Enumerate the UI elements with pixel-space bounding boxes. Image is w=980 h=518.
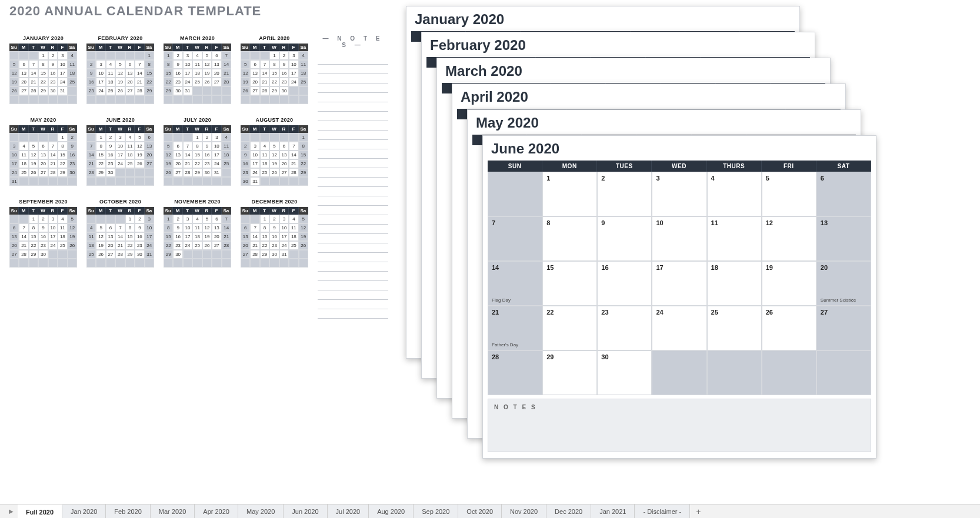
sheet-tab[interactable]: Nov 2020 [502, 504, 546, 518]
note-line[interactable] [318, 74, 388, 83]
sheet-tab[interactable]: Full 2020 [18, 504, 62, 518]
note-line[interactable] [318, 262, 388, 272]
note-line[interactable] [318, 272, 388, 281]
june-day-cell[interactable] [652, 350, 706, 395]
note-line[interactable] [318, 309, 388, 319]
mini-day-cell: 22 [38, 78, 48, 86]
note-line[interactable] [318, 112, 388, 121]
note-line[interactable] [318, 168, 388, 178]
sheet-tab[interactable]: May 2020 [238, 504, 284, 518]
june-day-cell[interactable]: 18 [707, 261, 762, 306]
note-line[interactable] [318, 253, 388, 262]
june-day-cell[interactable]: 13 [816, 216, 871, 261]
mini-day-cell [212, 259, 221, 268]
note-line[interactable] [318, 159, 388, 168]
note-line[interactable] [318, 149, 388, 159]
june-day-cell[interactable] [816, 350, 871, 395]
note-line[interactable] [318, 215, 388, 225]
note-line[interactable] [318, 178, 388, 187]
june-day-cell[interactable]: 7 [488, 216, 542, 261]
sheet-tab[interactable]: Sep 2020 [414, 504, 458, 518]
mini-day-cell [260, 95, 269, 104]
note-line[interactable] [318, 196, 388, 206]
sheet-tab[interactable]: Jan 2021 [591, 504, 635, 518]
june-day-cell[interactable]: 24 [652, 306, 706, 350]
sheet-tab[interactable]: - Disclaimer - [635, 504, 690, 518]
note-line[interactable] [318, 121, 388, 131]
sheet-tab[interactable]: Oct 2020 [458, 504, 502, 518]
june-day-cell[interactable]: 25 [707, 306, 762, 350]
note-line[interactable] [318, 55, 388, 65]
note-line[interactable] [318, 93, 388, 102]
note-line[interactable] [318, 281, 388, 290]
mini-day-cell: 2 [48, 51, 58, 60]
june-day-cell[interactable]: 12 [762, 216, 816, 261]
note-line[interactable] [318, 102, 388, 112]
note-line[interactable] [318, 206, 388, 215]
mini-day-cell: 10 [183, 223, 192, 232]
mini-day-cell: 5 [164, 142, 173, 151]
mini-day-abbrev: R [279, 125, 289, 133]
june-day-cell[interactable]: 23 [597, 306, 652, 350]
sheet-tab[interactable]: Dec 2020 [546, 504, 591, 518]
mini-day-cell: 30 [173, 250, 182, 259]
june-day-cell[interactable]: 26 [762, 306, 816, 350]
mini-day-cell: 27 [241, 250, 250, 259]
sheet-tab[interactable]: Feb 2020 [106, 504, 150, 518]
mini-day-cell: 10 [115, 142, 125, 151]
note-line[interactable] [318, 225, 388, 234]
mini-day-cell [222, 95, 231, 104]
june-day-cell[interactable] [762, 350, 816, 395]
note-line[interactable] [318, 234, 388, 243]
june-day-cell[interactable]: 19 [762, 261, 816, 306]
june-day-cell[interactable]: 3 [652, 172, 706, 216]
june-day-cell[interactable] [707, 350, 762, 395]
tab-prev-icon[interactable]: ▶ [5, 504, 18, 518]
mini-day-cell: 15 [260, 232, 269, 241]
sheet-tab[interactable]: Jan 2020 [62, 504, 106, 518]
june-day-cell[interactable]: 30 [597, 350, 652, 395]
mini-day-cell: 6 [106, 223, 115, 232]
note-line[interactable] [318, 65, 388, 74]
sheet-tab[interactable]: Mar 2020 [151, 504, 195, 518]
june-day-cell[interactable]: 28 [488, 350, 542, 395]
june-day-cell[interactable]: 8 [542, 216, 597, 261]
note-line[interactable] [318, 83, 388, 93]
june-day-cell[interactable]: 5 [762, 172, 816, 216]
note-line[interactable] [318, 300, 388, 309]
june-day-cell[interactable]: 20Summer Solstice [816, 261, 871, 306]
june-notes[interactable]: N O T E S [488, 399, 871, 452]
sheet-tab[interactable]: Apr 2020 [195, 504, 238, 518]
june-day-cell[interactable]: 15 [542, 261, 597, 306]
mini-day-cell: 29 [164, 86, 173, 95]
june-day-cell[interactable] [488, 172, 542, 216]
june-day-cell[interactable]: 14Flag Day [488, 261, 542, 306]
mini-day-cell [183, 250, 192, 259]
june-day-number: 29 [546, 353, 593, 360]
june-day-cell[interactable]: 4 [707, 172, 762, 216]
june-day-cell[interactable]: 21Father's Day [488, 306, 542, 350]
mini-month-title: MARCH 2020 [164, 35, 231, 41]
mini-day-abbrev: F [58, 125, 67, 133]
june-day-cell[interactable]: 27 [816, 306, 871, 350]
sheet-tab[interactable]: Aug 2020 [369, 504, 414, 518]
june-day-cell[interactable]: 2 [597, 172, 652, 216]
note-line[interactable] [318, 140, 388, 149]
june-day-cell[interactable]: 1 [542, 172, 597, 216]
note-line[interactable] [318, 290, 388, 300]
june-day-cell[interactable]: 17 [652, 261, 706, 306]
mini-day-cell: 23 [86, 86, 96, 95]
june-day-cell[interactable]: 22 [542, 306, 597, 350]
june-day-cell[interactable]: 10 [652, 216, 706, 261]
add-sheet-button[interactable]: + [690, 504, 706, 518]
note-line[interactable] [318, 243, 388, 253]
june-day-cell[interactable]: 11 [707, 216, 762, 261]
june-day-cell[interactable]: 16 [597, 261, 652, 306]
sheet-tab[interactable]: Jun 2020 [284, 504, 327, 518]
note-line[interactable] [318, 131, 388, 140]
june-day-cell[interactable]: 29 [542, 350, 597, 395]
sheet-tab[interactable]: Jul 2020 [328, 504, 369, 518]
june-day-cell[interactable]: 6 [816, 172, 871, 216]
note-line[interactable] [318, 187, 388, 196]
june-day-cell[interactable]: 9 [597, 216, 652, 261]
